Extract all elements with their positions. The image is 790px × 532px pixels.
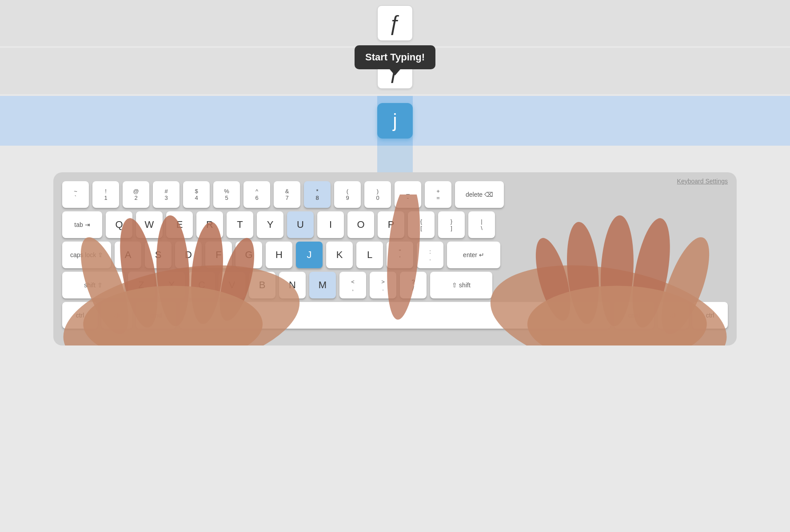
key-n[interactable]: N <box>279 272 306 298</box>
key-a[interactable]: A <box>115 242 141 268</box>
key-l[interactable]: L <box>356 242 383 268</box>
key-minus[interactable]: _ - <box>395 181 421 208</box>
home-row: caps lock ⇪ A S D F G H J K L " ' : . <box>62 242 728 268</box>
key-ctrl-right[interactable]: ctrl <box>692 302 728 329</box>
bottom-row: shift ⇧ Z X C V B N M < , > . ? <box>62 272 728 298</box>
key-quote[interactable]: " ' <box>387 242 413 268</box>
keyboard-settings-link[interactable]: Keyboard Settings <box>677 178 728 185</box>
key-s[interactable]: S <box>145 242 172 268</box>
active-key-display: j <box>377 103 413 139</box>
key-space[interactable] <box>180 302 610 329</box>
key-e[interactable]: E <box>166 211 193 238</box>
key-backtick[interactable]: ~ ` <box>62 181 89 208</box>
key-0[interactable]: ) 0 <box>364 181 391 208</box>
key-shift-left[interactable]: shift ⇧ <box>62 272 124 298</box>
key-alt-right[interactable]: alt <box>658 302 689 329</box>
key-f[interactable]: F <box>205 242 232 268</box>
key-comma[interactable]: < , <box>339 272 366 298</box>
qwerty-row: tab ⇥ Q W E R T Y U I O P { [ } ] <box>62 211 728 238</box>
key-shift-right[interactable]: ⇧ shift <box>430 272 492 298</box>
key-u[interactable]: U <box>287 211 314 238</box>
key-2[interactable]: @ 2 <box>123 181 149 208</box>
key-g[interactable]: G <box>235 242 262 268</box>
key-o[interactable]: O <box>347 211 374 238</box>
key-1[interactable]: ! 1 <box>92 181 119 208</box>
key-equals[interactable]: + = <box>425 181 451 208</box>
key-z[interactable]: Z <box>128 272 155 298</box>
active-row: Start Typing! j <box>0 96 790 146</box>
key-cmd-right[interactable]: cmd <box>614 302 654 329</box>
key-r[interactable]: R <box>196 211 223 238</box>
mid-spacer <box>0 146 790 172</box>
key-t[interactable]: T <box>227 211 253 238</box>
key-semicolon[interactable]: : . <box>417 242 443 268</box>
key-m[interactable]: M <box>309 272 336 298</box>
key-delete[interactable]: delete ⌫ <box>455 181 504 208</box>
key-d[interactable]: D <box>175 242 202 268</box>
key-k[interactable]: K <box>326 242 353 268</box>
key-slash[interactable]: ? / <box>400 272 427 298</box>
key-period[interactable]: > . <box>370 272 396 298</box>
key-b[interactable]: B <box>249 272 275 298</box>
key-6[interactable]: ^ 6 <box>243 181 270 208</box>
tooltip-box: Start Typing! <box>355 45 435 69</box>
key-j[interactable]: J <box>296 242 323 268</box>
key-x[interactable]: X <box>158 272 185 298</box>
key-c[interactable]: C <box>188 272 215 298</box>
key-3[interactable]: # 3 <box>153 181 180 208</box>
row-band-1: ƒ <box>0 0 790 46</box>
key-y[interactable]: Y <box>257 211 283 238</box>
key-p[interactable]: P <box>378 211 404 238</box>
key-bracket-close[interactable]: } ] <box>438 211 465 238</box>
tooltip-arrow <box>390 69 400 75</box>
keyboard-section: Keyboard Settings ~ ` ! 1 @ 2 # 3 <box>0 172 790 532</box>
key-7[interactable]: & 7 <box>274 181 300 208</box>
key-backslash[interactable]: | \ <box>468 211 495 238</box>
main-layout: ƒ ƒ Start Typing! j <box>0 0 790 532</box>
key-9[interactable]: ( 9 <box>334 181 361 208</box>
key-i[interactable]: I <box>317 211 344 238</box>
key-ctrl-left[interactable]: ctrl <box>62 302 98 329</box>
key-bracket-open[interactable]: { [ <box>408 211 435 238</box>
number-row: ~ ` ! 1 @ 2 # 3 $ 4 <box>62 181 728 208</box>
key-enter[interactable]: enter ↵ <box>447 242 500 268</box>
key-v[interactable]: V <box>219 272 245 298</box>
key-alt-left[interactable]: alt <box>101 302 132 329</box>
key-cmd-left[interactable]: cmd <box>136 302 176 329</box>
keyboard-wrap: Keyboard Settings ~ ` ! 1 @ 2 # 3 <box>53 172 737 345</box>
beam-extension <box>377 146 413 172</box>
key-h[interactable]: H <box>266 242 292 268</box>
tooltip-wrapper: Start Typing! <box>355 45 435 75</box>
key-4[interactable]: $ 4 <box>183 181 210 208</box>
key-8[interactable]: * 8 <box>304 181 331 208</box>
letter-tile-1: ƒ <box>377 5 413 41</box>
control-row: ctrl alt cmd cmd alt ctrl <box>62 302 728 329</box>
key-caps-lock[interactable]: caps lock ⇪ <box>62 242 111 268</box>
key-w[interactable]: W <box>136 211 163 238</box>
key-tab[interactable]: tab ⇥ <box>62 211 102 238</box>
key-q[interactable]: Q <box>106 211 132 238</box>
key-5[interactable]: % 5 <box>213 181 240 208</box>
